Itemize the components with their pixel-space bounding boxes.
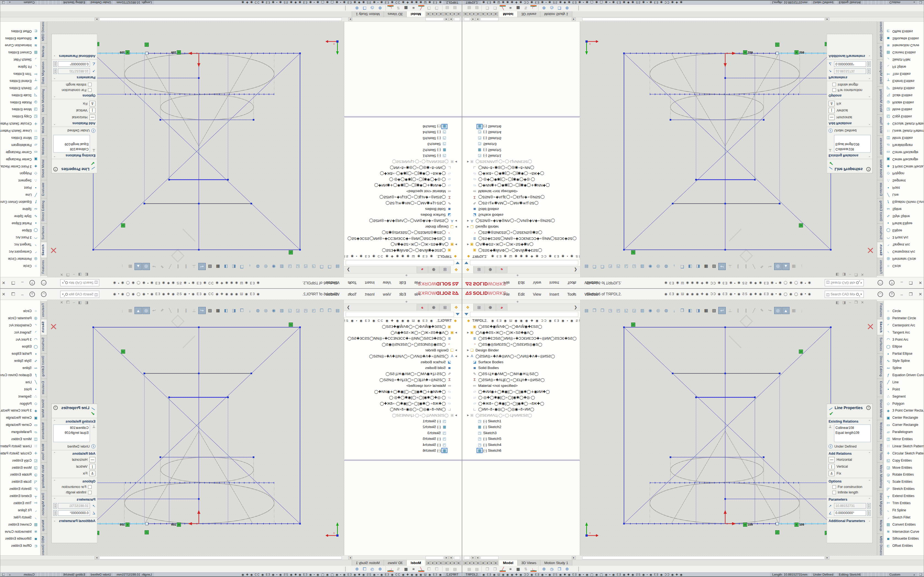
account-icon[interactable]: ◠ [877, 292, 883, 297]
equal-relation-badge[interactable]: ≡109 [795, 50, 804, 55]
collapse-icon[interactable]: ⌃ [53, 452, 55, 456]
scrollbar-track[interactable] [454, 556, 460, 559]
tree-item[interactable]: ▱ ◯✚ИИ◉∔◯✱◉[◯∘◯]◉✱◯∔◉ИИ✚◯ [462, 388, 580, 395]
relation-button-icon[interactable]: — [89, 114, 95, 120]
tree-item[interactable]: ◆ TЯPDL2. ◉ ƐƎ ◉ Ш ◉ ◉ ◉ ✚ ◉ ƆƆ ◉ ƐƎ ◉ •… [462, 318, 580, 324]
section-header[interactable]: Parameters [829, 76, 847, 79]
commandmanager-tab[interactable]: Sheet Metal [41, 157, 47, 180]
menu-item[interactable]: File [503, 280, 510, 285]
unit-system-selector[interactable]: Custom▲ [6, 0, 37, 5]
parallel-relation-badge[interactable]: ∕ [145, 43, 149, 47]
length-spinner[interactable]: ▲▼ [53, 68, 57, 74]
tool-item[interactable]: ○ Circle [0, 308, 40, 314]
display-toolbar-icon[interactable]: ▤ [444, 566, 450, 572]
scroll-right-button[interactable]: ▶ [449, 18, 453, 21]
tool-item[interactable]: ∾ Spline [884, 364, 924, 371]
tree-item[interactable]: ▱ ◯∙◎✚◯✱◉[◯∘◯]◉✱◯✚◎∙◯ [344, 395, 462, 401]
tool-item[interactable]: ƒ Equation Driven Curve [0, 198, 40, 206]
tool-item[interactable]: ▱ Parallelogram [884, 428, 924, 435]
tree-item[interactable]: ◪ Surface Bodies [462, 359, 580, 365]
tool-item[interactable]: ◹ Scale Entities [884, 92, 924, 99]
tree-item[interactable]: ▶ ▣ ◯Ʌ◉✚ƧS∘Ж◯∘◯Ж∘SƧ✚◉Ʌ◯ [344, 242, 462, 248]
relation-entry[interactable]: Equal length109 [55, 142, 89, 147]
tool-item[interactable]: ◈ 3 Point Center Recta... [884, 163, 924, 170]
collapse-icon[interactable]: ⌃ [53, 153, 55, 158]
parallel-relation-badge[interactable]: ∕ [775, 43, 779, 47]
display-toolbar-icon[interactable]: ⚙ [354, 5, 360, 11]
option-row[interactable]: For construction [53, 485, 95, 489]
length-field[interactable]: 10.88152731 [58, 503, 90, 509]
scroll-right-button[interactable]: ▶ [572, 18, 576, 21]
scroll-right-button[interactable]: ▶ [348, 556, 352, 559]
commandmanager-tab[interactable]: Mesh Modeling [41, 463, 47, 490]
tool-item[interactable]: ▣ Center Rectangle [884, 414, 924, 421]
tree-item[interactable]: ◳ (-) Sketch4 [462, 129, 580, 135]
commandmanager-tab[interactable]: Data Migration [41, 491, 47, 518]
commandmanager-tab[interactable]: Data Migration [877, 60, 883, 87]
minimize-button[interactable]: – [901, 280, 903, 285]
tool-item[interactable]: ƒ Equation Driven Curve [884, 198, 924, 206]
menu-item[interactable]: Edit [517, 280, 525, 285]
tree-item[interactable]: ▶ ▣ ◯Ʌ◉✚ƧS∘Ж◯∘◯Ж∘SƧ✚◉Ʌ◯ [462, 242, 580, 248]
tool-item[interactable]: ✛ Circular Sketch Pattern [0, 450, 40, 457]
featuremanager-tab[interactable]: ⊕ [485, 266, 496, 273]
tool-item[interactable]: ∿ Style Spline [0, 357, 40, 364]
expand-arrow-icon[interactable]: ▶ [467, 349, 469, 351]
tree-item[interactable]: ▶ A ◯ƧSИ◎∘✚Ʌ✚◎ИɅ◯∘◯ɅИ◎✚Ʌ✚∘◎ИSƧ◯ [462, 218, 580, 224]
tool-item[interactable]: ∷ Linear Sketch Pattern [0, 127, 40, 134]
search-icon[interactable] [65, 293, 68, 296]
menu-item[interactable]: View [532, 292, 542, 297]
commandmanager-tab[interactable]: Features [41, 258, 47, 276]
featuremanager-tab[interactable]: ⊕ [428, 266, 439, 273]
display-toolbar-icon[interactable]: ⚙ [377, 5, 383, 11]
tree-item[interactable]: ✎ ◯ƧS∙Ц✳◉ɅM◯∘◯MɅ◉✳Ц∙SƧ◯ [462, 200, 580, 206]
collapse-icon[interactable]: ⌃ [869, 479, 871, 483]
vcr-button[interactable]: |◀ [481, 12, 485, 16]
section-header[interactable]: Options [829, 94, 842, 98]
close-button[interactable]: ✕ [2, 280, 5, 285]
tree-item[interactable]: ▶ ▣ ◯ƧSƐИИɅЦ∙◯∘◯∙ЦɅИИƐSƧ◯ [344, 412, 462, 418]
tool-item[interactable]: ◎ Perimeter Circle [884, 255, 924, 263]
restore-button[interactable]: ❐ [909, 292, 913, 297]
display-toolbar-icon[interactable]: ∟ [388, 566, 394, 572]
search-box[interactable]: ◫ Search CAD Models ▼ [825, 279, 864, 286]
relation-button-icon[interactable]: | [89, 464, 95, 469]
add-relation-row[interactable]: — Horizontal [53, 114, 95, 120]
motion-tab[interactable]: Model [407, 560, 425, 566]
commandmanager-tab[interactable]: Features [877, 301, 883, 319]
tree-item[interactable]: ▦ (-) Sketch6 [344, 448, 462, 454]
motion-tab[interactable]: Motion Study 1 [352, 560, 384, 566]
collapse-icon[interactable]: ⌄ [53, 519, 55, 523]
tool-item[interactable]: ◙ Silhouette Entities [884, 535, 924, 542]
featuremanager-tab[interactable]: ⊞ [439, 266, 451, 273]
tree-item[interactable]: ▦ (-) Sketch2 [344, 424, 462, 430]
help-icon[interactable]: ? [29, 280, 35, 285]
tool-item[interactable]: ƒ Equation Driven Curve [0, 371, 40, 379]
featuremanager-tab[interactable]: ⊞ [439, 304, 451, 311]
add-relation-row[interactable]: ⚓ Fix [53, 101, 95, 106]
display-toolbar-icon[interactable] [345, 5, 346, 10]
pin-icon[interactable]: ✦ [572, 280, 576, 285]
tree-splitter[interactable] [462, 116, 580, 117]
tool-item[interactable]: ◫ Mirror Entities [884, 435, 924, 443]
length-field[interactable]: 10.88152731 [58, 68, 90, 74]
tree-item[interactable]: ◳ (-) Sketch5 [344, 135, 462, 142]
scroll-right-button[interactable]: ▶ [95, 18, 99, 21]
tool-item[interactable]: ◇ Polygon [884, 170, 924, 177]
featuremanager-tab[interactable]: ◕ [496, 304, 507, 311]
tree-item[interactable]: ◙ Solid Bodies [462, 206, 580, 213]
panel-expand-chevron[interactable]: ❯ [574, 305, 577, 309]
search-dropdown-icon[interactable]: ▼ [860, 293, 863, 296]
display-toolbar-icon[interactable]: ╱ [500, 566, 506, 572]
tool-item[interactable]: ◈ 3 Point Center Recta... [0, 407, 40, 414]
panel-splitter[interactable] [462, 300, 580, 304]
tool-item[interactable]: ∴ Segment [0, 177, 40, 184]
motion-tab[interactable]: 3D Views [384, 11, 407, 17]
panel-expand-chevron[interactable]: ❯ [347, 268, 350, 272]
tool-item[interactable]: ◠ 3 Point Arc [884, 336, 924, 343]
collapse-icon[interactable]: ⌃ [53, 479, 55, 483]
tool-item[interactable]: ▪ Point [884, 386, 924, 393]
commandmanager-tab[interactable]: Direct Editing [877, 354, 883, 379]
menu-item[interactable]: Insert [549, 280, 560, 285]
commandmanager-tab[interactable]: Mold Tools [877, 442, 883, 463]
